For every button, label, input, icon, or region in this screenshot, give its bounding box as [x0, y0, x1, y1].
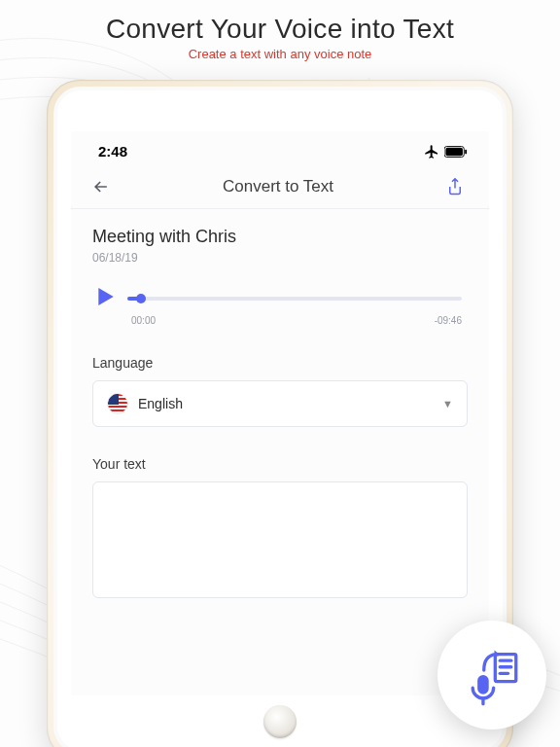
home-button[interactable]: [263, 705, 297, 738]
svg-rect-1: [445, 147, 463, 155]
voice-to-text-icon: [460, 643, 524, 707]
note-title: Meeting with Chris: [92, 227, 468, 247]
language-label: Language: [92, 355, 468, 371]
progress-slider[interactable]: [127, 297, 462, 301]
tablet-frame: 2:48 Convert to Text Meeting with Chris …: [47, 80, 513, 747]
audio-player: 00:00 -09:46: [92, 288, 468, 326]
back-arrow-icon: [91, 177, 111, 196]
status-time: 2:48: [98, 143, 127, 160]
convert-fab[interactable]: [438, 621, 546, 729]
language-selected: English: [138, 396, 433, 411]
play-button[interactable]: [98, 288, 114, 309]
promo-header: Convert Your Voice into Text Create a te…: [0, 0, 560, 61]
transcription-textarea[interactable]: [92, 481, 468, 598]
status-bar: 2:48: [71, 131, 489, 163]
promo-title: Convert Your Voice into Text: [0, 14, 560, 45]
play-icon: [98, 288, 114, 305]
language-select[interactable]: English ▼: [92, 380, 468, 427]
svg-rect-2: [465, 149, 467, 154]
svg-rect-7: [477, 675, 489, 694]
airplane-mode-icon: [424, 144, 439, 160]
time-elapsed: 00:00: [131, 315, 156, 326]
app-screen: 2:48 Convert to Text Meeting with Chris …: [71, 131, 489, 695]
nav-bar: Convert to Text: [71, 163, 489, 209]
time-remaining: -09:46: [435, 315, 462, 326]
chevron-down-icon: ▼: [442, 398, 453, 409]
note-date: 06/18/19: [92, 251, 468, 265]
back-button[interactable]: [88, 177, 114, 196]
battery-icon: [444, 146, 468, 158]
promo-subtitle: Create a text with any voice note: [0, 47, 560, 61]
share-button[interactable]: [442, 177, 468, 196]
textbox-label: Your text: [92, 456, 468, 472]
flag-us-icon: [107, 393, 128, 414]
share-icon: [446, 177, 464, 196]
page-title: Convert to Text: [114, 177, 442, 196]
